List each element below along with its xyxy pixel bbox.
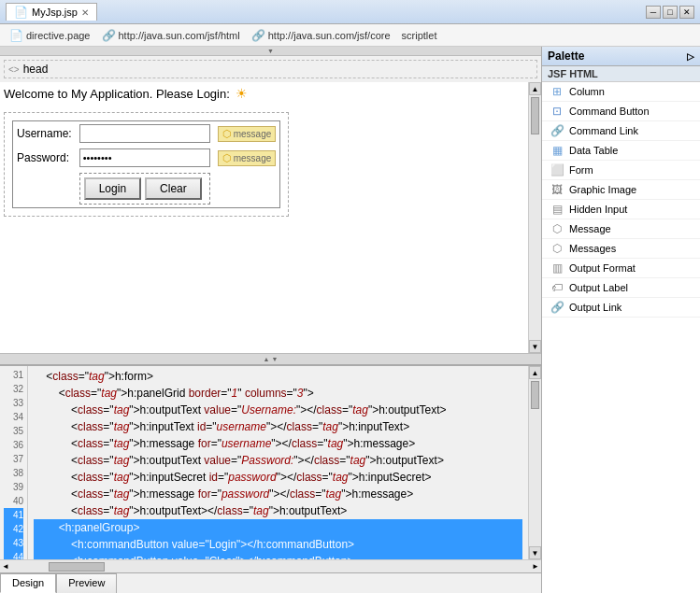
palette-item-icon: ⬡: [550, 221, 564, 236]
welcome-text: Welcome to My Application. Please Login:…: [4, 86, 526, 101]
link-icon-core: 🔗: [251, 29, 265, 42]
table-row: Login Clear: [13, 170, 280, 208]
palette-item-label: Column: [569, 86, 605, 97]
code-scroll-up[interactable]: ▲: [529, 366, 541, 379]
palette-title: Palette: [548, 49, 584, 63]
scroll-right-button[interactable]: ►: [530, 562, 541, 571]
code-line: <class="tag">h:panelGrid border="1" colu…: [34, 385, 522, 402]
palette-item-label: Command Button: [569, 106, 650, 117]
code-line: <class="tag">h:message for="username"></…: [34, 435, 522, 452]
close-icon[interactable]: ✕: [81, 7, 89, 18]
palette-section-jsf-html: JSF HTML: [542, 66, 700, 82]
palette-panel: Palette ▷ JSF HTML ⊞Column⊡Command Butto…: [541, 47, 700, 593]
code-line: <class="tag">h:outputText></class="tag">…: [34, 502, 522, 519]
code-line: <class="tag">h:inputText id="username"><…: [34, 418, 522, 435]
clear-button[interactable]: Clear: [145, 177, 202, 200]
palette-header: Palette ▷: [542, 47, 700, 66]
palette-item-label: Messages: [569, 243, 616, 254]
maximize-button[interactable]: □: [663, 6, 678, 19]
palette-item-output-label[interactable]: 🏷Output Label: [542, 278, 700, 298]
palette-item-data-table[interactable]: ▦Data Table: [542, 141, 700, 161]
design-section: ▼ <> head Welcome to My Application. Ple…: [0, 47, 541, 364]
msg-icon-pw: ⬡: [222, 152, 232, 164]
scroll-thumb[interactable]: [531, 97, 539, 134]
code-scrollbar-v[interactable]: ▲ ▼: [528, 366, 541, 559]
tab-design[interactable]: Design: [0, 573, 56, 593]
palette-item-label: Data Table: [569, 145, 618, 156]
scroll-divider-h: ▲ ▼: [0, 353, 541, 364]
page-icon: 📄: [9, 29, 23, 42]
password-message: ⬡ message: [218, 150, 277, 166]
toolbar: 📄 directive.page 🔗 http://java.sun.com/j…: [0, 24, 700, 47]
palette-item-icon: 🖼: [550, 182, 564, 197]
tab-title: MyJsp.jsp: [32, 7, 78, 18]
minimize-button[interactable]: ─: [646, 6, 661, 19]
palette-item-message[interactable]: ⬡Message: [542, 219, 700, 239]
table-row: Password: ⬡ message: [13, 146, 280, 170]
scroll-up-button[interactable]: ▲: [529, 82, 541, 95]
palette-item-output-format[interactable]: ▥Output Format: [542, 259, 700, 278]
password-input[interactable]: [79, 148, 210, 167]
scroll-track: [529, 95, 541, 340]
palette-scroll[interactable]: JSF HTML ⊞Column⊡Command Button🔗Command …: [542, 66, 700, 593]
code-section: 31323334353637383940414243444546 <class=…: [0, 364, 541, 559]
code-line: <h:commandButton value="Clear"></h:comma…: [34, 553, 522, 559]
code-line: <class="tag">h:form>: [34, 368, 522, 385]
h-scroll-thumb[interactable]: [49, 562, 105, 572]
toolbar-jsf-core[interactable]: 🔗 http://java.sun.com/jsf/core: [248, 28, 394, 43]
username-message: ⬡ message: [218, 126, 277, 142]
bottom-tabs: DesignPreview: [0, 572, 541, 593]
palette-item-command-link[interactable]: 🔗Command Link: [542, 121, 700, 141]
code-scroll-down[interactable]: ▼: [529, 546, 541, 559]
palette-item-label: Output Link: [569, 302, 621, 313]
design-scrollbar-v[interactable]: ▲ ▼: [528, 82, 541, 353]
login-button[interactable]: Login: [84, 177, 141, 200]
code-scroll-area[interactable]: 31323334353637383940414243444546 <class=…: [0, 366, 541, 559]
main-layout: 📄 directive.page 🔗 http://java.sun.com/j…: [0, 24, 700, 593]
toolbar-scriptlet[interactable]: scriptlet: [398, 29, 441, 42]
palette-item-messages[interactable]: ⬡Messages: [542, 239, 700, 259]
code-line: <h:commandButton value="Login"></h:comma…: [34, 536, 522, 553]
link-icon-html: 🔗: [102, 29, 116, 42]
palette-item-label: Message: [569, 223, 611, 234]
palette-items-list: ⊞Column⊡Command Button🔗Command Link▦Data…: [542, 82, 700, 318]
palette-item-output-link[interactable]: 🔗Output Link: [542, 298, 700, 318]
scroll-down-button[interactable]: ▼: [529, 340, 541, 353]
msg-icon: ⬡: [222, 128, 232, 140]
palette-item-icon: ⊞: [550, 84, 564, 99]
scroll-left-button[interactable]: ◄: [0, 562, 11, 571]
palette-item-label: Output Format: [569, 262, 636, 274]
editor-layout: ▼ <> head Welcome to My Application. Ple…: [0, 47, 700, 593]
scroll-divider-top: ▼: [0, 47, 541, 56]
palette-item-label: Hidden Input: [569, 204, 627, 215]
sun-icon: ☀: [236, 86, 248, 101]
palette-item-hidden-input[interactable]: ▤Hidden Input: [542, 200, 700, 219]
palette-item-graphic-image[interactable]: 🖼Graphic Image: [542, 180, 700, 200]
username-input[interactable]: [79, 124, 210, 143]
palette-item-column[interactable]: ⊞Column: [542, 82, 700, 102]
toolbar-directive-page[interactable]: 📄 directive.page: [6, 28, 94, 43]
palette-item-label: Command Link: [569, 125, 638, 136]
h-scroll-track: [11, 561, 530, 572]
close-button[interactable]: ✕: [679, 6, 694, 19]
title-bar: 📄 MyJsp.jsp ✕ ─ □ ✕: [0, 0, 700, 24]
design-canvas[interactable]: Welcome to My Application. Please Login:…: [0, 82, 541, 353]
palette-item-form[interactable]: ⬜Form: [542, 161, 700, 180]
left-panel: ▼ <> head Welcome to My Application. Ple…: [0, 47, 541, 593]
code-scrollbar-h[interactable]: ◄ ►: [0, 559, 541, 572]
tab-preview[interactable]: Preview: [56, 573, 117, 593]
code-scroll-thumb[interactable]: [531, 381, 539, 409]
button-group: Login Clear: [79, 173, 210, 205]
table-row: Username: ⬡ message: [13, 121, 280, 147]
palette-item-icon: ⬡: [550, 241, 564, 256]
palette-item-command-button[interactable]: ⊡Command Button: [542, 102, 700, 121]
toolbar-jsf-html[interactable]: 🔗 http://java.sun.com/jsf/html: [98, 28, 244, 43]
editor-tab[interactable]: 📄 MyJsp.jsp ✕: [6, 3, 97, 21]
line-numbers: 31323334353637383940414243444546: [0, 366, 28, 559]
palette-item-icon: ▥: [550, 261, 564, 275]
window-controls: ─ □ ✕: [646, 6, 694, 19]
palette-expand-icon[interactable]: ▷: [687, 51, 694, 62]
palette-item-icon: 🏷: [550, 280, 564, 295]
username-label: Username:: [17, 127, 72, 140]
file-icon: 📄: [14, 6, 28, 19]
